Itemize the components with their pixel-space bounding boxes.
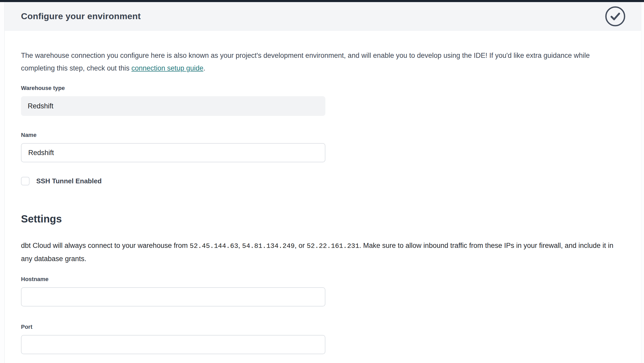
page-title: Configure your environment xyxy=(21,11,141,21)
ip-address-1: 52.45.144.63 xyxy=(190,242,238,250)
hostname-input[interactable] xyxy=(21,287,325,306)
settings-heading: Settings xyxy=(21,213,641,225)
settings-desc-text: dbt Cloud will always connect to your wa… xyxy=(21,242,190,249)
ssh-tunnel-row: SSH Tunnel Enabled xyxy=(21,177,641,185)
intro-text-before: The warehouse connection you configure h… xyxy=(21,52,590,72)
settings-desc-separator: , xyxy=(238,242,242,249)
intro-paragraph: The warehouse connection you configure h… xyxy=(21,49,607,75)
ip-address-3: 52.22.161.231 xyxy=(307,242,359,250)
connection-setup-guide-link[interactable]: connection setup guide xyxy=(131,64,203,72)
hostname-label: Hostname xyxy=(21,276,641,282)
ssh-tunnel-label: SSH Tunnel Enabled xyxy=(36,177,102,185)
port-label: Port xyxy=(21,324,641,330)
name-label: Name xyxy=(21,132,641,138)
warehouse-type-field: Redshift xyxy=(21,96,325,116)
intro-text-after: . xyxy=(203,64,205,72)
settings-description: dbt Cloud will always connect to your wa… xyxy=(21,239,617,265)
top-accent-bar xyxy=(0,0,644,2)
name-input[interactable] xyxy=(21,143,325,162)
card-body: The warehouse connection you configure h… xyxy=(5,31,641,354)
warehouse-type-value: Redshift xyxy=(28,102,53,110)
ip-address-2: 54.81.134.249 xyxy=(242,242,295,250)
warehouse-type-label: Warehouse type xyxy=(21,85,641,91)
settings-desc-separator: , or xyxy=(295,242,307,249)
card-header: Configure your environment xyxy=(5,2,641,31)
ssh-tunnel-checkbox[interactable] xyxy=(21,177,30,185)
check-circle-icon xyxy=(605,6,626,27)
configure-environment-card: Configure your environment The warehouse… xyxy=(4,2,641,363)
port-input[interactable] xyxy=(21,335,325,354)
